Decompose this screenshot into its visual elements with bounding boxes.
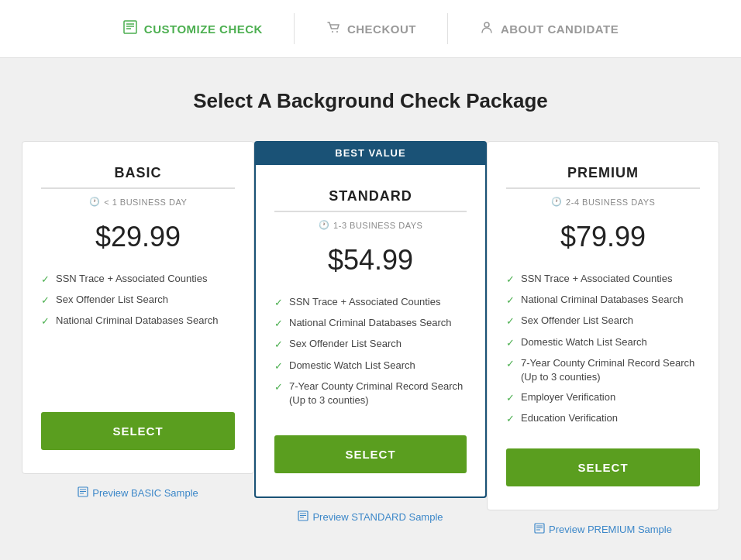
- check-icon: ✓: [41, 294, 50, 307]
- standard-package-name: STANDARD: [274, 188, 467, 212]
- basic-package-wrapper: BASIC 🕐 < 1 BUSINESS DAY $29.99 ✓ SSN Tr…: [22, 141, 254, 500]
- list-item: ✓ National Criminal Databases Search: [506, 293, 700, 307]
- check-icon: ✓: [274, 296, 283, 310]
- list-item: ✓ 7-Year County Criminal Record Search (…: [274, 380, 467, 407]
- list-item: ✓ 7-Year County Criminal Record Search (…: [506, 356, 700, 384]
- nav-step-checkout[interactable]: CHECKOUT: [295, 19, 447, 39]
- check-icon: ✓: [274, 359, 283, 373]
- svg-point-5: [336, 31, 338, 33]
- standard-package-price: $54.99: [274, 244, 467, 277]
- check-icon: ✓: [41, 273, 50, 287]
- list-item: ✓ Sex Offender List Search: [506, 314, 700, 328]
- premium-package-name: PREMIUM: [506, 165, 700, 189]
- list-item: ✓ Sex Offender List Search: [41, 293, 235, 307]
- featured-banner: BEST VALUE: [254, 141, 487, 165]
- packages-container: BASIC 🕐 < 1 BUSINESS DAY $29.99 ✓ SSN Tr…: [22, 141, 719, 536]
- check-icon: ✓: [506, 357, 515, 371]
- check-icon: ✓: [41, 314, 50, 328]
- basic-select-button[interactable]: SELECT: [41, 412, 235, 450]
- nav-step-about[interactable]: ABOUT CANDIDATE: [448, 19, 650, 39]
- premium-package-time: 🕐 2-4 BUSINESS DAYS: [506, 197, 700, 207]
- standard-package-features: ✓ SSN Trace + Associated Counties ✓ Nati…: [274, 295, 467, 420]
- list-item: ✓ National Criminal Databases Search: [41, 314, 235, 328]
- list-item: ✓ SSN Trace + Associated Counties: [41, 272, 235, 287]
- list-item: ✓ National Criminal Databases Search: [274, 316, 467, 331]
- main-content: Select A Background Check Package BASIC …: [0, 58, 741, 559]
- check-icon: ✓: [274, 338, 283, 352]
- basic-package-time: 🕐 < 1 BUSINESS DAY: [41, 197, 235, 207]
- premium-package-wrapper: PREMIUM 🕐 2-4 BUSINESS DAYS $79.99 ✓ SSN…: [487, 141, 719, 536]
- clock-icon-basic: 🕐: [89, 197, 101, 207]
- customize-icon: [122, 19, 138, 39]
- nav-step-about-label: ABOUT CANDIDATE: [501, 22, 619, 36]
- premium-package-card: PREMIUM 🕐 2-4 BUSINESS DAYS $79.99 ✓ SSN…: [487, 141, 719, 510]
- svg-point-6: [484, 22, 489, 27]
- about-icon: [479, 19, 495, 39]
- check-icon: ✓: [506, 391, 515, 405]
- check-icon: ✓: [506, 294, 515, 307]
- list-item: ✓ Domestic Watch List Search: [506, 335, 700, 350]
- preview-doc-icon-standard: [298, 510, 308, 524]
- nav-steps: CUSTOMIZE CHECK CHECKOUT ABOUT CANDIDAT: [91, 13, 650, 44]
- check-icon: ✓: [506, 412, 515, 426]
- svg-point-4: [332, 31, 333, 33]
- basic-package-card: BASIC 🕐 < 1 BUSINESS DAY $29.99 ✓ SSN Tr…: [22, 141, 254, 474]
- premium-preview-link[interactable]: Preview PREMIUM Sample: [534, 523, 672, 536]
- premium-package-features: ✓ SSN Trace + Associated Counties ✓ Nati…: [506, 272, 700, 433]
- list-item: ✓ Domestic Watch List Search: [274, 359, 467, 373]
- header: CUSTOMIZE CHECK CHECKOUT ABOUT CANDIDAT: [0, 0, 741, 58]
- check-icon: ✓: [506, 314, 515, 328]
- list-item: ✓ Sex Offender List Search: [274, 337, 467, 352]
- standard-package-wrapper: BEST VALUE STANDARD 🕐 1-3 BUSINESS DAYS …: [254, 141, 487, 524]
- nav-step-customize-label: CUSTOMIZE CHECK: [144, 22, 263, 36]
- page-title: Select A Background Check Package: [193, 89, 548, 113]
- nav-step-checkout-label: CHECKOUT: [347, 22, 416, 36]
- list-item: ✓ SSN Trace + Associated Counties: [274, 295, 467, 310]
- check-icon: ✓: [274, 380, 283, 394]
- check-icon: ✓: [274, 317, 283, 331]
- standard-package-card: STANDARD 🕐 1-3 BUSINESS DAYS $54.99 ✓ SS…: [254, 165, 487, 498]
- basic-package-features: ✓ SSN Trace + Associated Counties ✓ Sex …: [41, 272, 235, 397]
- clock-icon-standard: 🕐: [319, 220, 330, 230]
- check-icon: ✓: [506, 336, 515, 350]
- nav-step-customize[interactable]: CUSTOMIZE CHECK: [91, 19, 294, 39]
- preview-doc-icon-premium: [534, 523, 545, 536]
- list-item: ✓ SSN Trace + Associated Counties: [506, 272, 700, 287]
- svg-rect-0: [124, 21, 136, 33]
- basic-package-name: BASIC: [41, 165, 235, 189]
- standard-preview-link[interactable]: Preview STANDARD Sample: [298, 510, 443, 524]
- basic-preview-link[interactable]: Preview BASIC Sample: [78, 486, 198, 500]
- preview-doc-icon-basic: [78, 486, 88, 500]
- premium-select-button[interactable]: SELECT: [506, 448, 700, 486]
- clock-icon-premium: 🕐: [551, 197, 563, 207]
- check-icon: ✓: [506, 273, 515, 287]
- list-item: ✓ Education Verification: [506, 411, 700, 426]
- basic-package-price: $29.99: [41, 221, 235, 253]
- list-item: ✓ Employer Verification: [506, 390, 700, 405]
- standard-select-button[interactable]: SELECT: [274, 435, 467, 473]
- checkout-icon: [326, 19, 341, 39]
- premium-package-price: $79.99: [506, 221, 700, 253]
- standard-package-time: 🕐 1-3 BUSINESS DAYS: [274, 220, 467, 230]
